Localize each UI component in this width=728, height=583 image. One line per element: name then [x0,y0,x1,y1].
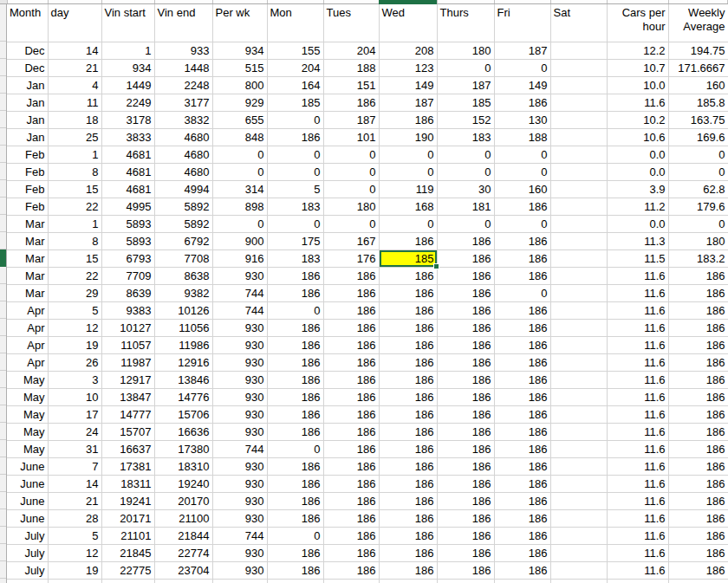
cell[interactable]: Mar [7,215,48,232]
cell[interactable]: 900 [212,232,267,249]
cell[interactable] [212,579,267,583]
cell[interactable]: 9383 [101,301,154,319]
cell[interactable]: 6792 [154,232,212,249]
cell[interactable]: 18310 [154,457,212,475]
cell[interactable]: 21844 [154,527,212,544]
cell[interactable]: 186 [379,423,437,440]
cell[interactable]: 22 [48,198,101,215]
row-header[interactable] [0,371,6,388]
cell[interactable]: Apr [7,336,48,353]
cell[interactable]: 10.2 [607,111,668,128]
cell[interactable]: 11.6 [607,561,668,579]
cell[interactable]: 183.2 [668,249,728,267]
cell[interactable]: 1 [48,215,101,232]
cell[interactable]: 11.6 [607,301,668,319]
cell[interactable]: Apr [7,301,48,319]
column-header-weekly_average[interactable]: Weekly Average [668,4,728,42]
cell[interactable]: 186 [437,232,494,249]
cell[interactable]: 186 [379,405,437,423]
cell[interactable] [550,284,607,301]
cell[interactable]: 14 [48,42,101,59]
cell[interactable]: 186 [379,388,437,405]
cell[interactable] [550,215,607,232]
cell[interactable]: 0 [379,146,437,163]
cell[interactable] [550,388,607,405]
cell[interactable]: 167 [323,232,379,249]
cell[interactable]: 11.6 [607,336,668,353]
cell[interactable]: 22775 [101,561,154,579]
cell[interactable]: 169.6 [668,128,728,146]
cell[interactable]: 930 [212,544,267,561]
cell[interactable]: 11.6 [607,267,668,284]
cell[interactable]: 186 [267,457,323,475]
cell[interactable]: 15707 [101,423,154,440]
cell[interactable]: 0 [494,59,550,76]
cell[interactable]: 18311 [101,475,154,492]
cell[interactable]: 11.6 [607,284,668,301]
cell[interactable]: 149 [494,76,550,94]
cell[interactable]: 5 [267,180,323,198]
cell[interactable]: 11.6 [607,527,668,544]
cell[interactable]: 4 [48,76,101,94]
cell[interactable]: 930 [212,267,267,284]
cell[interactable]: 0 [267,146,323,163]
cell[interactable]: 0 [437,215,494,232]
cell[interactable]: 204 [267,59,323,76]
cell[interactable]: 0 [379,163,437,180]
cell[interactable]: 0 [323,180,379,198]
cell[interactable]: 744 [212,301,267,319]
cell[interactable]: 186 [437,405,494,423]
cell[interactable]: 929 [212,94,267,111]
cell[interactable]: 0 [267,527,323,544]
cell[interactable]: 11.6 [607,457,668,475]
cell[interactable]: 62.8 [668,180,728,198]
cell[interactable]: 26 [48,353,101,371]
row-header[interactable] [0,527,6,544]
cell[interactable]: 11.6 [607,509,668,527]
cell[interactable]: 186 [379,284,437,301]
cell[interactable]: 181 [437,198,494,215]
cell[interactable]: 11.2 [607,198,668,215]
cell[interactable]: 0 [212,163,267,180]
cell[interactable]: 15706 [154,405,212,423]
cell[interactable]: 21845 [101,544,154,561]
cell[interactable]: 934 [101,59,154,76]
cell[interactable]: 163.75 [668,111,728,128]
cell[interactable]: 168 [379,198,437,215]
cell[interactable]: 17381 [101,457,154,475]
cell[interactable] [550,405,607,423]
cell[interactable]: 15 [48,249,101,267]
row-header[interactable] [0,405,6,423]
row-header[interactable] [0,198,6,215]
cell[interactable]: 171.6667 [668,59,728,76]
cell[interactable]: 744 [212,527,267,544]
cell[interactable]: 186 [437,561,494,579]
cell[interactable]: 0 [267,301,323,319]
cell[interactable]: 4681 [101,146,154,163]
cell[interactable]: Jan [7,94,48,111]
cell[interactable]: 186 [437,457,494,475]
cell[interactable]: 186 [267,128,323,146]
cell[interactable]: 930 [212,371,267,388]
cell[interactable]: May [7,405,48,423]
cell[interactable]: 186 [323,301,379,319]
cell[interactable]: 898 [212,198,267,215]
row-header[interactable] [0,94,6,111]
cell[interactable] [550,198,607,215]
cell[interactable]: 21100 [154,509,212,527]
cell[interactable]: 3.9 [607,180,668,198]
cell[interactable]: 21101 [101,527,154,544]
row-header[interactable] [0,336,6,353]
cell[interactable]: 11.6 [607,544,668,561]
cell[interactable]: 0 [668,163,728,180]
cell[interactable]: 17380 [154,440,212,457]
cell[interactable]: June [7,492,48,509]
cell[interactable]: 186 [323,544,379,561]
cell[interactable]: 11987 [101,353,154,371]
cell[interactable]: 186 [267,353,323,371]
cell[interactable]: 0 [267,163,323,180]
cell[interactable] [550,371,607,388]
cell[interactable]: 186 [668,353,728,371]
cell[interactable]: 23704 [154,561,212,579]
cell[interactable]: 3832 [154,111,212,128]
